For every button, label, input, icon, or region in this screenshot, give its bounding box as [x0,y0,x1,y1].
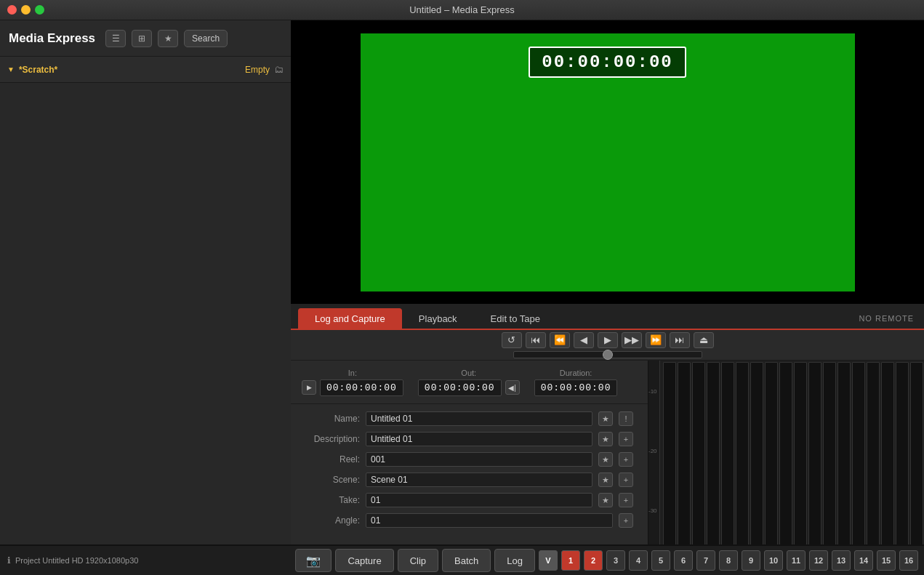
bottom-bar: ℹ Project Untitled HD 1920x1080p30 📷 Cap… [0,544,924,575]
window-controls [7,5,44,15]
in-timecode-group: In: ▶ 00:00:00:00 [302,369,403,396]
loop-icon: ↺ [507,334,515,345]
track-14-button[interactable]: 14 [854,550,873,571]
eject-icon: ⏏ [699,334,708,345]
dur-value: 00:00:00:00 [534,379,618,396]
db-labels: -10 -20 -30 -40 [648,361,660,575]
take-input[interactable] [366,493,592,507]
track-8-button[interactable]: 8 [719,550,738,571]
take-plus-button[interactable]: + [619,493,633,507]
dur-timecode-group: Duration: 00:00:00:00 [534,369,618,396]
scrub-bar[interactable] [513,351,702,358]
meter-ch2 [678,362,691,574]
track-3-button[interactable]: 3 [606,550,625,571]
step-forward-button[interactable]: ▶▶ [622,332,642,348]
reel-plus-button[interactable]: + [619,452,633,467]
minimize-button[interactable] [21,5,31,15]
meter-ch10 [794,362,807,574]
meter-ch15 [867,362,880,574]
scene-plus-button[interactable]: + [619,473,633,487]
description-input[interactable] [366,432,592,446]
window-title: Untitled – Media Express [409,4,515,15]
track-11-button[interactable]: 11 [787,550,806,571]
reel-input[interactable] [366,452,592,467]
clip-button[interactable]: Clip [398,549,438,572]
play-button[interactable]: ▶ [598,332,618,348]
maximize-button[interactable] [35,5,44,15]
name-input[interactable] [366,411,592,426]
tab-edit-tape[interactable]: Edit to Tape [474,308,557,329]
skip-to-start-button[interactable]: ⏮ [526,332,546,348]
meter-ch4 [707,362,720,574]
eject-button[interactable]: ⏏ [694,332,714,348]
transport-bar: ↺ ⏮ ⏪ ◀ ▶ ▶▶ ⏩ [291,330,924,361]
sidebar-content [0,83,291,546]
track-10-button[interactable]: 10 [764,550,783,571]
track-v-button[interactable]: V [539,550,558,571]
scene-star-button[interactable]: ★ [598,473,613,487]
list-view-button[interactable]: ☰ [105,30,126,47]
angle-input[interactable] [366,513,613,528]
track-16-button[interactable]: 16 [899,550,918,571]
name-star-button[interactable]: ★ [598,411,613,426]
angle-plus-button[interactable]: + [619,513,633,528]
field-row-name: Name: ★ ! [305,410,633,427]
scrub-handle[interactable] [603,350,613,360]
rewind-button[interactable]: ⏪ [550,332,570,348]
app-title: Media Express [9,31,95,46]
meter-ch8 [765,362,778,574]
track-13-button[interactable]: 13 [832,550,851,571]
track-15-button[interactable]: 15 [877,550,896,571]
track-12-button[interactable]: 12 [809,550,828,571]
out-timecode-group: Out: 00:00:00:00 ◀| [418,369,520,396]
capture-button[interactable]: Capture [335,549,393,572]
track-5-button[interactable]: 5 [651,550,670,571]
track-2-button[interactable]: 2 [584,550,603,571]
reel-star-button[interactable]: ★ [598,452,613,467]
field-row-scene: Scene: ★ + [305,471,633,488]
description-star-button[interactable]: ★ [598,432,613,446]
tab-log-capture[interactable]: Log and Capture [298,308,402,329]
log-button[interactable]: Log [494,549,535,572]
description-label: Description: [305,434,360,444]
fast-forward-button[interactable]: ⏩ [646,332,666,348]
sidebar: Media Express ☰ ⊞ ★ Search ▼ *Scratch* E… [0,20,291,575]
rewind-icon: ⏪ [554,334,566,345]
tab-playback[interactable]: Playback [402,308,474,329]
track-1-button[interactable]: 1 [561,550,580,571]
content-area: In: ▶ 00:00:00:00 Out: 00:00:00:00 ◀| [291,361,924,575]
dur-row: 00:00:00:00 [534,379,618,396]
grid-view-button[interactable]: ⊞ [132,30,152,47]
batch-button[interactable]: Batch [442,549,491,572]
field-row-description: Description: ★ + [305,430,633,448]
scene-input[interactable] [366,473,592,487]
track-9-button[interactable]: 9 [742,550,760,571]
field-row-angle: Angle: + [305,512,633,529]
meter-ch16 [881,362,894,574]
capture-mode-button[interactable]: 📷 [295,549,332,572]
step-back-button[interactable]: ◀ [574,332,594,348]
track-7-button[interactable]: 7 [696,550,715,571]
list-icon: ☰ [112,33,120,44]
in-play-button[interactable]: ▶ [302,380,316,395]
bottom-right: 📷 Capture Clip Batch Log V 1 2 3 4 5 6 7… [289,549,924,572]
close-button[interactable] [7,5,17,15]
loop-button[interactable]: ↺ [502,332,522,348]
out-mark-button[interactable]: ◀| [505,380,520,395]
track-6-button[interactable]: 6 [674,550,693,571]
name-excl-button[interactable]: ! [619,411,633,426]
take-star-button[interactable]: ★ [598,493,613,507]
scene-label: Scene: [305,475,360,485]
favorites-button[interactable]: ★ [158,30,178,47]
timecode-section: In: ▶ 00:00:00:00 Out: 00:00:00:00 ◀| [291,361,648,404]
search-button[interactable]: Search [184,30,228,47]
track-4-button[interactable]: 4 [629,550,648,571]
in-row: ▶ 00:00:00:00 [302,379,403,396]
expand-arrow-icon: ▼ [7,65,15,73]
video-preview: 00:00:00:00 [291,20,924,304]
in-value: 00:00:00:00 [320,379,403,396]
skip-to-end-button[interactable]: ⏭ [670,332,690,348]
description-plus-button[interactable]: + [619,432,633,446]
bin-settings-icon[interactable]: 🗂 [274,64,284,75]
scratch-bin[interactable]: ▼ *Scratch* Empty 🗂 [0,57,291,83]
